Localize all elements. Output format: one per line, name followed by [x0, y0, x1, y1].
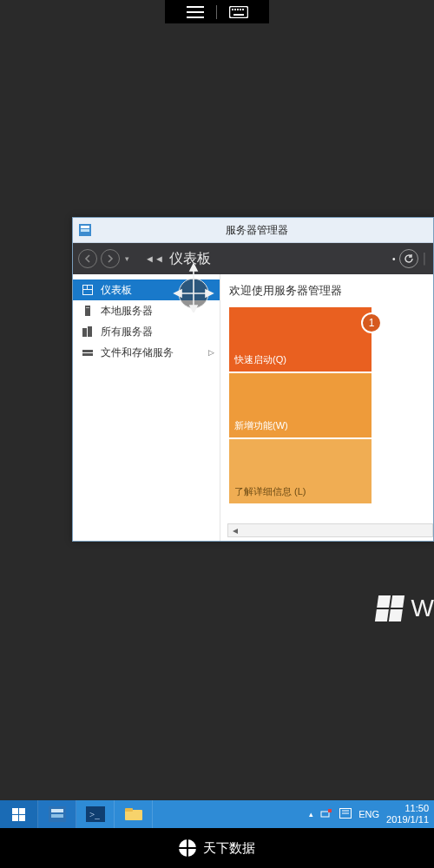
forward-button[interactable] [101, 249, 120, 268]
sidebar-item-dashboard[interactable]: 仪表板 [73, 279, 220, 300]
breadcrumb-label: 仪表板 [169, 250, 211, 268]
svg-rect-36 [125, 808, 133, 812]
sidebar-item-all-servers[interactable]: 所有服务器 [73, 321, 220, 342]
chevron-right-icon: ▷ [208, 348, 214, 357]
svg-rect-37 [321, 812, 329, 817]
navigation-toolbar: ▾ ◄◄ 仪表板 • │ [73, 243, 433, 274]
taskbar: >_ ▴ ENG 11:50 2019/1/11 [0, 800, 434, 828]
breadcrumb-dropdown-icon[interactable]: • [392, 254, 396, 264]
servers-icon [82, 326, 94, 338]
scroll-left-button[interactable]: ◂ [228, 524, 242, 536]
brand-bar: 天下数据 [0, 828, 434, 868]
brand-name: 天下数据 [203, 840, 255, 857]
svg-rect-5 [234, 9, 236, 10]
dashboard-icon [82, 284, 94, 296]
window-title: 服务器管理器 [97, 223, 433, 238]
tray-overflow-icon[interactable]: ▴ [309, 810, 313, 819]
brand-logo-icon [179, 839, 196, 857]
tray-time: 11:50 [386, 803, 429, 814]
svg-rect-16 [83, 290, 92, 294]
taskbar-powershell[interactable]: >_ [76, 800, 115, 828]
watermark-text: W [411, 595, 434, 622]
quickstart-tiles: 快速启动(Q) 1 新增功能(W) 了解详细信息 (L) [229, 307, 372, 503]
svg-rect-32 [51, 814, 63, 818]
svg-rect-21 [82, 350, 93, 352]
refresh-button[interactable] [399, 249, 418, 268]
svg-rect-14 [83, 286, 87, 289]
remote-session-toolbar [165, 0, 269, 23]
sidebar-item-label: 本地服务器 [101, 304, 153, 319]
storage-icon [82, 346, 94, 358]
svg-rect-12 [81, 229, 89, 232]
tray-network-icon[interactable] [320, 808, 332, 820]
svg-rect-18 [86, 307, 89, 308]
windows-watermark: W [377, 595, 434, 622]
svg-rect-17 [85, 306, 90, 316]
svg-rect-7 [240, 9, 241, 10]
chevron-down-icon[interactable]: ▾ [125, 254, 129, 263]
horizontal-scrollbar[interactable]: ◂ [227, 523, 433, 537]
menu-icon[interactable] [187, 6, 204, 18]
svg-rect-31 [51, 809, 63, 812]
sidebar-item-label: 仪表板 [101, 283, 132, 298]
tray-ime-icon[interactable] [339, 808, 352, 820]
tile-label: 了解详细信息 (L) [234, 485, 306, 498]
windows-logo-icon [374, 595, 404, 621]
svg-rect-22 [82, 353, 93, 356]
tile-badge: 1 [361, 312, 382, 333]
sidebar-item-local-server[interactable]: 本地服务器 [73, 300, 220, 321]
tray-language[interactable]: ENG [358, 809, 379, 819]
svg-rect-8 [242, 9, 244, 10]
app-icon [78, 223, 92, 237]
sidebar-item-file-storage[interactable]: 文件和存储服务 ▷ [73, 342, 220, 363]
svg-rect-4 [232, 9, 233, 10]
guillemet-icon: ◄◄ [145, 253, 164, 264]
svg-rect-6 [237, 9, 239, 10]
sidebar-item-label: 文件和存储服务 [101, 345, 174, 360]
tile-label: 快速启动(Q) [234, 353, 286, 366]
svg-rect-20 [88, 326, 92, 337]
server-manager-window: 服务器管理器 ▾ ◄◄ 仪表板 • │ 仪表板 [72, 217, 434, 542]
back-button[interactable] [78, 249, 97, 268]
windows-logo-icon [12, 808, 25, 821]
tile-quickstart[interactable]: 快速启动(Q) 1 [229, 307, 372, 372]
content-area: 欢迎使用服务器管理器 快速启动(Q) 1 新增功能(W) 了解详细信息 (L) … [220, 274, 433, 541]
separator [216, 5, 217, 19]
toolbar-divider: │ [422, 253, 429, 265]
tray-clock[interactable]: 11:50 2019/1/11 [386, 803, 429, 825]
svg-rect-9 [233, 14, 244, 16]
svg-rect-38 [328, 809, 332, 812]
tile-whatsnew[interactable]: 新增功能(W) [229, 373, 372, 437]
breadcrumb[interactable]: ◄◄ 仪表板 [145, 250, 211, 268]
start-button[interactable] [0, 800, 38, 828]
taskbar-explorer[interactable] [115, 800, 153, 828]
tile-label: 新增功能(W) [234, 419, 288, 432]
server-icon [82, 305, 94, 317]
tray-date: 2019/1/11 [386, 814, 429, 825]
svg-rect-19 [82, 328, 87, 337]
keyboard-icon[interactable] [229, 6, 248, 18]
svg-rect-11 [81, 226, 89, 228]
svg-text:>_: >_ [89, 809, 100, 819]
svg-rect-15 [88, 286, 92, 289]
sidebar-item-label: 所有服务器 [101, 325, 153, 339]
titlebar[interactable]: 服务器管理器 [73, 218, 433, 243]
svg-rect-3 [229, 6, 247, 17]
tile-learnmore[interactable]: 了解详细信息 (L) [229, 439, 372, 503]
sidebar: 仪表板 本地服务器 所有服务器 文件和存储服务 ▷ [73, 274, 220, 541]
taskbar-server-manager[interactable] [38, 800, 76, 828]
welcome-heading: 欢迎使用服务器管理器 [229, 283, 428, 299]
